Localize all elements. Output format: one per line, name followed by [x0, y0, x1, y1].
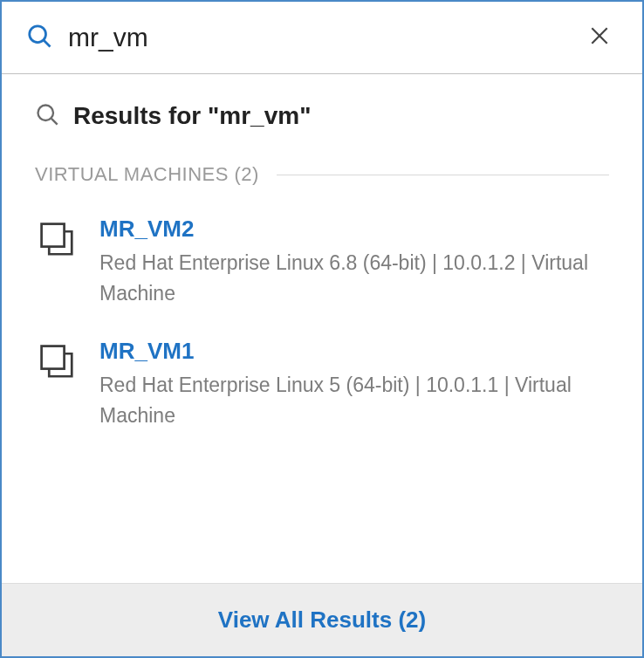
view-all-results-button[interactable]: View All Results (2): [218, 607, 426, 634]
search-result-item[interactable]: MR_VM1 Red Hat Enterprise Linux 5 (64-bi…: [35, 338, 609, 430]
results-container: Results for "mr_vm" VIRTUAL MACHINES (2)…: [2, 74, 642, 583]
result-subtitle: Red Hat Enterprise Linux 5 (64-bit) | 10…: [99, 370, 609, 430]
section-label: VIRTUAL MACHINES (2): [35, 163, 259, 186]
results-header-text: Results for "mr_vm": [73, 102, 311, 130]
result-body: MR_VM1 Red Hat Enterprise Linux 5 (64-bi…: [99, 338, 609, 430]
svg-rect-7: [42, 346, 65, 369]
svg-line-1: [44, 40, 50, 46]
result-title: MR_VM2: [99, 216, 609, 243]
svg-line-5: [51, 119, 58, 125]
clear-search-button[interactable]: [581, 17, 618, 58]
vm-icon: [35, 217, 80, 266]
result-title: MR_VM1: [99, 338, 609, 365]
search-result-item[interactable]: MR_VM2 Red Hat Enterprise Linux 6.8 (64-…: [35, 216, 609, 308]
svg-point-0: [30, 26, 46, 43]
section-header: VIRTUAL MACHINES (2): [35, 163, 609, 186]
results-header: Results for "mr_vm": [35, 102, 609, 130]
section-divider: [277, 175, 609, 175]
result-body: MR_VM2 Red Hat Enterprise Linux 6.8 (64-…: [99, 216, 609, 308]
svg-point-4: [38, 106, 54, 121]
search-panel: Results for "mr_vm" VIRTUAL MACHINES (2)…: [0, 0, 644, 658]
result-subtitle: Red Hat Enterprise Linux 6.8 (64-bit) | …: [99, 248, 609, 308]
vm-icon: [35, 339, 80, 388]
search-icon: [26, 23, 52, 52]
svg-rect-6: [42, 224, 65, 247]
search-bar: [2, 2, 642, 74]
results-footer: View All Results (2): [2, 583, 642, 656]
search-input[interactable]: [68, 23, 581, 52]
search-icon: [35, 102, 59, 130]
